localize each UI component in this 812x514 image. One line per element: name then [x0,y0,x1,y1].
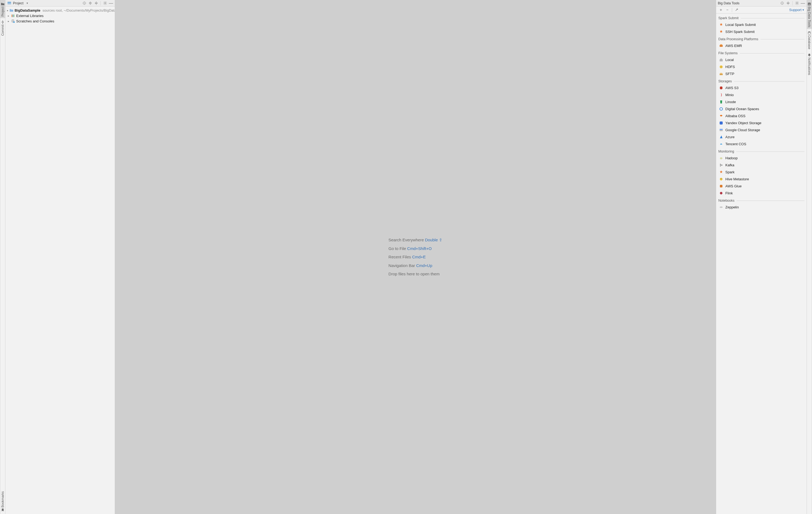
strip-notifications-label: Notifications [807,57,811,75]
collapse-all-icon[interactable] [786,1,790,5]
view-mode-dropdown[interactable]: ▼ [25,1,29,5]
kafka-icon [719,163,723,167]
strip-project[interactable]: Project [0,0,5,18]
bdt-item-label: Local Spark Submit [725,23,756,27]
bdt-connection-item[interactable]: SFTP [718,70,805,77]
chevron-right-icon[interactable]: ▸ [7,9,8,12]
editor-hints: Search Everywhere Double ⇧ Go to File Cm… [388,236,442,278]
database-icon [807,31,811,35]
bdt-connection-item[interactable]: Spark [718,168,805,175]
editor-empty-area[interactable]: Search Everywhere Double ⇧ Go to File Cm… [115,0,716,514]
bdt-connection-item[interactable]: Yandex Object Storage [718,119,805,126]
hint-gotofile-key: Cmd+Shift+O [407,246,432,251]
tree-ext-libs-row[interactable]: ▸ External Libraries [5,13,115,18]
collapse-all-icon[interactable] [94,1,98,5]
bdt-connection-item[interactable]: Hadoop [718,154,805,162]
project-tree[interactable]: ▸ BigDataSample sources root, ~/Document… [5,6,115,25]
bdt-section-title: Storages [718,79,732,83]
spark-icon [719,170,723,174]
bdt-item-label: Digital Ocean Spaces [725,107,759,111]
svg-rect-4 [7,2,11,3]
svg-point-29 [720,108,722,110]
bdt-connection-item[interactable]: SSH Spark Submit [718,28,805,35]
strip-notifications[interactable]: Notifications [807,51,812,77]
bdt-item-label: Tencent COS [725,142,746,146]
svg-rect-14 [13,14,14,17]
remove-icon[interactable]: － [725,7,730,12]
bdt-connection-item[interactable]: Google Cloud Storage [718,126,805,133]
bdt-connection-item[interactable]: AWS Glue [718,182,805,190]
strip-commit[interactable]: Commit [0,18,5,37]
bdt-connection-item[interactable]: Hive Metastore [718,175,805,182]
bdt-section: Data Processing PlatformsAWS EMR [718,37,805,49]
bdt-section-title: Notebooks [718,199,734,202]
expand-all-icon[interactable] [88,1,92,5]
chevron-down-icon: ▼ [802,9,805,11]
wrench-icon[interactable] [734,7,739,12]
bdt-item-label: Zeppelin [725,205,739,209]
gear-icon[interactable] [103,1,107,5]
bdt-connection-item[interactable]: HDFS [718,63,805,70]
svg-point-38 [721,178,722,179]
hive-icon [719,177,723,181]
bdt-connection-item[interactable]: Zeppelin [718,204,805,210]
locate-icon[interactable] [82,1,86,5]
tree-scratches-label: Scratches and Consoles [16,19,54,23]
bookmark-icon [1,508,5,512]
bdt-connection-item[interactable]: Digital Ocean Spaces [718,105,805,112]
tencent-icon [719,142,723,146]
bdt-connection-item[interactable]: AWS EMR [718,42,805,49]
gear-icon[interactable] [795,1,799,5]
divider-line [760,39,805,39]
hint-drop-text: Drop files here to open them [388,270,442,278]
svg-point-37 [720,178,721,179]
svg-rect-32 [719,130,722,131]
bdt-section-title: Spark Submit [718,16,738,20]
project-header: Project ▼ — [5,0,115,6]
libraries-icon [11,13,15,18]
hadoop-icon [719,156,723,160]
bdt-section: Spark SubmitLocal Spark SubmitSSH Spark … [718,16,805,35]
support-link[interactable]: Support ▼ [789,8,805,12]
bdt-connection-item[interactable]: Kafka [718,162,805,168]
big-data-tools-icon: D [807,2,811,6]
tree-root-hint: sources root, ~/Documents/MyProjects/Big… [42,8,115,12]
svg-point-16 [13,21,14,23]
strip-big-data-tools[interactable]: D Big Data Tools [807,0,812,29]
chevron-right-icon[interactable]: ▸ [7,14,10,17]
bdt-connection-item[interactable]: AWS S3 [718,84,805,91]
project-tool-window: Project ▼ — ▸ BigDataSample sources root… [5,0,115,514]
hide-icon[interactable]: — [801,1,805,5]
bdt-connection-item[interactable]: Linode [718,98,805,105]
svg-rect-13 [12,14,13,17]
bdt-item-label: Hive Metastore [725,177,749,181]
bdt-connection-item[interactable]: Minio [718,91,805,98]
glue-icon [719,184,723,188]
minio-icon [719,93,723,97]
s3-icon [719,86,723,90]
azure-icon [719,135,723,139]
bdt-section-header: Spark Submit [718,16,805,20]
add-icon[interactable]: ＋ [718,7,723,12]
tree-scratches-row[interactable]: ▸ Scratches and Consoles [5,18,115,24]
strip-bookmarks-label: Bookmarks [1,491,5,508]
bdt-connection-item[interactable]: Alibaba OSS [718,112,805,119]
bdt-connection-item[interactable]: Azure [718,133,805,140]
home-icon [719,57,723,62]
locate-icon[interactable] [780,1,784,5]
bdt-connection-item[interactable]: Local [718,56,805,63]
bdt-connection-item[interactable]: Local Spark Submit [718,21,805,28]
bdt-item-label: Flink [725,191,733,195]
chevron-right-icon[interactable]: ▸ [7,20,10,23]
hide-icon[interactable]: — [109,1,113,5]
tree-root-row[interactable]: ▸ BigDataSample sources root, ~/Document… [5,7,115,13]
bdt-connection-item[interactable]: Tencent COS [718,140,805,147]
svg-rect-30 [719,121,722,124]
svg-rect-31 [719,129,722,130]
strip-bookmarks[interactable]: Bookmarks [0,490,5,514]
strip-database[interactable]: Database [807,29,812,51]
bdt-connection-item[interactable]: Flink [718,190,805,197]
bdt-item-label: Google Cloud Storage [725,128,760,132]
gcs-icon [719,128,723,132]
svg-point-23 [796,3,798,4]
